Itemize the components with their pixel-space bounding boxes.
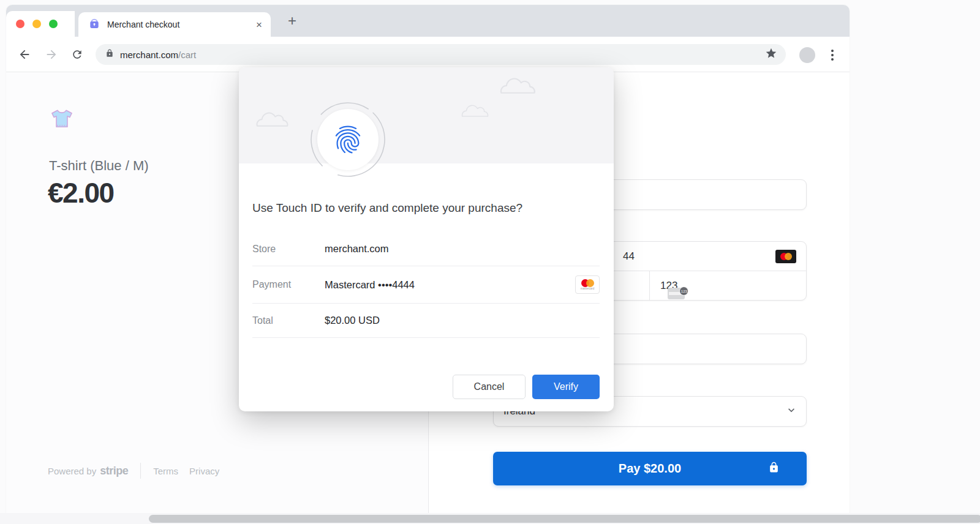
tab-title: Merchant checkout xyxy=(107,20,256,29)
total-row: Total $20.00 USD xyxy=(252,304,600,338)
cloud-icon xyxy=(254,111,292,127)
cloud-icon xyxy=(459,104,491,118)
url-domain: merchant.com xyxy=(120,50,178,60)
payment-value: Mastercard ••••4444 xyxy=(325,279,415,291)
store-label: Store xyxy=(252,244,325,255)
profile-avatar[interactable] xyxy=(799,47,815,63)
footer-divider xyxy=(140,463,141,479)
total-label: Total xyxy=(252,315,325,326)
fingerprint-circle xyxy=(317,109,379,170)
browser-menu-icon[interactable] xyxy=(827,47,838,63)
card-cvc-input[interactable]: 123 123 xyxy=(650,271,806,300)
pay-button-label: Pay $20.00 xyxy=(619,462,681,476)
terms-link[interactable]: Terms xyxy=(153,466,178,476)
touch-id-dialog: Use Touch ID to verify and complete your… xyxy=(239,67,614,411)
card-number-value: 44 xyxy=(623,250,635,263)
bookmark-star-icon[interactable] xyxy=(765,47,777,62)
forward-icon[interactable] xyxy=(44,47,59,62)
pay-lock-icon xyxy=(768,462,780,476)
close-window-button[interactable] xyxy=(16,20,24,28)
url-path: /cart xyxy=(178,50,196,60)
fingerprint-icon xyxy=(331,123,364,156)
page-footer: Powered by stripe Terms Privacy xyxy=(48,463,230,479)
product-name: T-shirt (Blue / M) xyxy=(49,158,149,174)
minimize-window-button[interactable] xyxy=(32,20,41,28)
store-value: merchant.com xyxy=(325,243,389,255)
powered-by-label: Powered by xyxy=(48,466,96,476)
tab-close-icon[interactable]: × xyxy=(256,20,262,30)
stripe-logo: stripe xyxy=(100,465,128,477)
cloud-icon xyxy=(497,77,539,94)
dialog-title: Use Touch ID to verify and complete your… xyxy=(252,201,600,215)
bottom-strip xyxy=(0,513,980,524)
dialog-buttons: Cancel Verify xyxy=(252,375,600,399)
mastercard-icon xyxy=(775,250,796,263)
shopping-bag-favicon-icon xyxy=(88,17,100,32)
new-tab-button[interactable]: + xyxy=(283,11,301,31)
verify-button[interactable]: Verify xyxy=(532,375,600,399)
horizontal-scrollbar[interactable] xyxy=(149,515,980,523)
https-lock-icon xyxy=(105,49,114,60)
maximize-window-button[interactable] xyxy=(49,20,58,28)
dialog-header xyxy=(239,67,614,163)
cancel-button[interactable]: Cancel xyxy=(453,375,526,399)
total-value: $20.00 USD xyxy=(325,315,380,326)
desktop: Merchant checkout × + merchant.com/cart xyxy=(0,0,980,524)
url-text: merchant.com/cart xyxy=(120,50,765,60)
product-price: €2.00 xyxy=(48,176,114,209)
mastercard-badge-icon: mastercard xyxy=(575,275,600,294)
tshirt-icon xyxy=(50,108,74,132)
back-icon[interactable] xyxy=(17,47,32,62)
reload-icon[interactable] xyxy=(70,47,85,62)
tab-merchant-checkout[interactable]: Merchant checkout × xyxy=(78,12,271,37)
traffic-lights xyxy=(6,11,75,37)
address-bar[interactable]: merchant.com/cart xyxy=(96,44,786,65)
payment-row: Payment Mastercard ••••4444 mastercard xyxy=(252,266,600,304)
tab-strip: Merchant checkout × + xyxy=(6,5,850,37)
pay-button[interactable]: Pay $20.00 xyxy=(493,452,807,485)
payment-label: Payment xyxy=(252,279,325,290)
chevron-down-icon xyxy=(785,404,797,419)
dialog-body: Use Touch ID to verify and complete your… xyxy=(239,163,614,411)
privacy-link[interactable]: Privacy xyxy=(189,466,219,476)
store-row: Store merchant.com xyxy=(252,232,600,266)
dialog-details: Store merchant.com Payment Mastercard ••… xyxy=(252,232,600,338)
cvc-card-icon: 123 xyxy=(668,286,688,300)
